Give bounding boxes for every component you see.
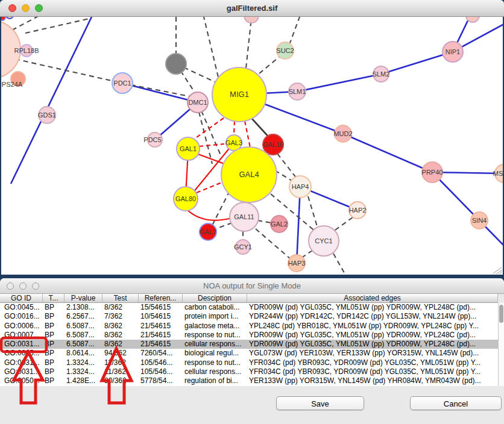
table-cell: 8/362 <box>102 331 139 340</box>
column-header-7[interactable]: Associated edges <box>247 294 498 303</box>
table-row[interactable]: GO:0007...BP6.5087...8/36221/54615respon… <box>0 331 498 340</box>
network-titlebar[interactable]: galFiltered.sif <box>0 0 504 17</box>
graph-node-label: PDC5 <box>143 136 161 143</box>
table-cell: 6.2567... <box>65 312 102 321</box>
graph-edge <box>201 111 222 158</box>
table-cell: 6.5087... <box>65 322 102 331</box>
graph-edge <box>199 144 224 146</box>
table-row[interactable]: GO:0050...BP1.428E...80/3625778/54...reg… <box>0 376 498 385</box>
graph-edge <box>12 17 39 30</box>
table-cell: BP <box>43 312 65 321</box>
graph-node-label: GAL80 <box>175 195 196 202</box>
table-row[interactable]: GO:0006...BP6.5087...8/36221/54615galact… <box>0 322 498 331</box>
table-cell: YGL073W (pd) YER103W, YER133W (pp) YOR31… <box>247 349 498 358</box>
table-cell: YDR244W (pp) YDR142C, YDR142C (pp) YGL15… <box>247 312 498 321</box>
cancel-button[interactable]: Cancel <box>410 396 502 410</box>
table-row[interactable]: GO:0031...BP6.5087...8/36221/54615cellul… <box>0 340 498 349</box>
table-cell: BP <box>43 322 65 331</box>
graph-node-label: SLM1 <box>289 88 306 95</box>
graph-edge <box>257 220 271 223</box>
graph-node-label: GAL4 <box>239 170 259 179</box>
column-header-1[interactable]: GO ID <box>0 294 43 303</box>
screenshot-root: galFiltered.sif RPL18BRPS24AGDS1PDC1PDC5… <box>0 0 504 424</box>
column-header-4[interactable]: Test <box>102 294 139 303</box>
graph-edge <box>493 267 502 273</box>
table-cell: 1.428E... <box>65 376 102 385</box>
table-row[interactable]: GO:0031...BP1.3324...11/362105/546...res… <box>0 358 498 367</box>
table-cell: response to nut... <box>183 358 247 367</box>
graph-node-label: GAL10 <box>263 141 283 148</box>
table-row[interactable]: GO:0045...BP2.1308...8/36215/54615carbon… <box>0 303 498 312</box>
table-cell: 5778/54... <box>139 376 183 385</box>
table-cell: 6.5087... <box>65 331 102 340</box>
table-row[interactable]: GO:0031...BP1.3324...11/362105/546...cel… <box>0 367 498 376</box>
graph-node-label: GCY1 <box>234 243 252 251</box>
graph-edge <box>122 83 198 102</box>
graph-node-label: MIG1 <box>230 90 249 99</box>
table-cell: response to nut... <box>183 331 247 340</box>
table-cell: 7/362 <box>102 312 139 321</box>
table-cell: YDR009W (pd) YGL035C, YML051W (pp) YDR00… <box>247 303 498 312</box>
graph-node-label: GAL1 <box>180 145 197 152</box>
table-header[interactable]: GO IDT...P-valueTestReferen...Desciption… <box>0 294 498 303</box>
graph-edge <box>122 83 199 98</box>
graph-node[interactable] <box>1 17 5 20</box>
graph-edge <box>277 154 297 178</box>
table-cell: 10/54615 <box>139 312 183 321</box>
network-canvas[interactable]: RPL18BRPS24AGDS1PDC1PDC5SUC2SLM1SLM2NIP1… <box>1 17 503 275</box>
column-header-3[interactable]: P-value <box>65 294 102 303</box>
table-cell: 15/54615 <box>139 303 183 312</box>
graph-node-label: CYC1 <box>315 237 332 245</box>
graph-edge <box>381 52 453 74</box>
table-cell: BP <box>43 358 65 367</box>
table-cell: BP <box>43 303 65 312</box>
graph-edge <box>259 56 280 73</box>
table-row[interactable]: GO:0016...BP6.2567...7/36210/54615protei… <box>0 312 498 321</box>
table-cell: cellular respons... <box>183 340 247 349</box>
graph-node-label: HAP3 <box>288 260 306 267</box>
table-cell: 105/546... <box>139 367 183 376</box>
table-cell: GO:0031... <box>0 367 43 376</box>
graph-node-label: GAL2 <box>271 220 288 228</box>
table-cell: 21/54615 <box>139 331 183 340</box>
table-cell: GO:0065... <box>0 349 43 358</box>
graph-node[interactable] <box>166 54 186 74</box>
graph-node-label: HAP4 <box>292 183 309 190</box>
column-header-5[interactable]: Referen... <box>139 294 183 303</box>
column-header-6[interactable]: Desciption <box>183 294 247 303</box>
graph-edge <box>343 134 432 172</box>
graph-node-label: GDS1 <box>38 111 56 119</box>
network-graph[interactable]: RPL18BRPS24AGDS1PDC1PDC5SUC2SLM1SLM2NIP1… <box>1 17 503 275</box>
table-cell: GO:0007... <box>0 331 43 340</box>
noa-titlebar[interactable]: NOA output for Single Mode <box>0 278 504 294</box>
table-cell: BP <box>43 376 65 385</box>
table-cell: 8/362 <box>102 303 139 312</box>
graph-edge <box>333 217 353 231</box>
graph-edge <box>234 121 235 135</box>
graph-edge <box>187 210 232 220</box>
table-cell: 7260/54... <box>139 349 183 358</box>
vertical-scrollbar[interactable] <box>498 303 504 386</box>
table-body[interactable]: GO:0045...BP2.1308...8/36215/54615carbon… <box>0 303 498 386</box>
scrollbar-thumb[interactable] <box>499 305 503 323</box>
table-cell: 8/362 <box>102 340 139 349</box>
graph-edge <box>25 18 92 33</box>
table-cell: 6.5087... <box>65 340 102 349</box>
table-cell: BP <box>43 340 65 349</box>
graph-node[interactable] <box>6 17 13 19</box>
table-cell: 94/362 <box>102 349 139 358</box>
graph-edge <box>275 170 292 181</box>
graph-edge <box>246 18 251 68</box>
save-button[interactable]: Save <box>276 396 364 410</box>
column-header-2[interactable]: T... <box>43 294 65 303</box>
table-row[interactable]: GO:0065...BP8.0614...94/3627260/54...bio… <box>0 349 498 358</box>
graph-node[interactable] <box>244 17 259 23</box>
table-cell: 1.3324... <box>65 358 102 367</box>
graph-edge <box>499 272 502 274</box>
table-cell: YDR009W (pd) YGL035C, YML051W (pp) YDR00… <box>247 340 498 349</box>
graph-edge <box>192 118 224 140</box>
table-cell: cellular respons... <box>183 367 247 376</box>
graph-edge <box>297 74 381 92</box>
table-cell: protein import i... <box>183 312 247 321</box>
table-cell: GO:0045... <box>0 303 43 312</box>
